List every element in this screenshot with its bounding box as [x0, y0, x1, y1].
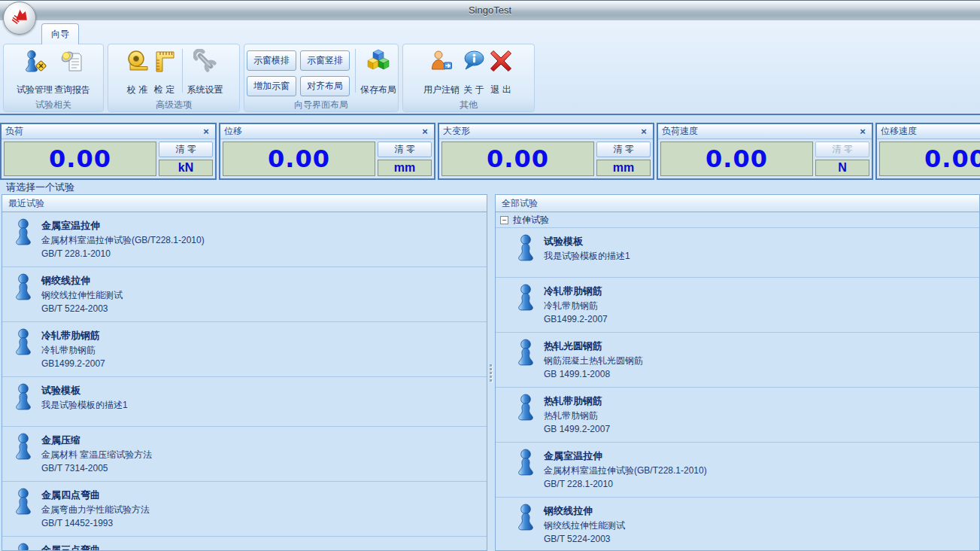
gauge-body: 0.00清 零N [658, 139, 872, 178]
app-logo-icon [8, 5, 31, 31]
close-icon[interactable]: × [420, 126, 430, 137]
gauge-4: 位移速度×0.00清 零 [875, 123, 980, 180]
test-item[interactable]: 冷轧带肋钢筋冷轧带肋钢筋GB1499.2-2007 [496, 278, 979, 333]
test-item[interactable]: 金属四点弯曲金属弯曲力学性能试验方法GB/T 14452-1993 [2, 482, 487, 537]
test-item[interactable]: 金属室温拉伸金属材料室温拉伸试验(GB/T228.1-2010)GB/T 228… [496, 443, 979, 498]
ribbon-button-0-0[interactable]: 试验管理 [16, 46, 53, 97]
small-button-0[interactable]: 示窗横排 [247, 50, 296, 71]
ribbon-group-content: 示窗横排示窗竖排增加示窗对齐布局保存布局 [244, 44, 398, 99]
gauge-value: 0.00 [223, 142, 375, 176]
group-separator [355, 49, 356, 93]
test-item-description: 金属材料 室温压缩试验方法 [41, 448, 482, 461]
ribbon-button-3-1[interactable]: 关 于 [460, 46, 487, 97]
test-item-standard: GB/T 5224-2003 [544, 532, 975, 546]
test-item-description: 冷轧带肋钢筋 [41, 343, 482, 357]
gauge-1: 位移×0.00清 零mm [219, 123, 435, 180]
test-item[interactable]: 钢绞线拉伸钢绞线拉伸性能测试GB/T 5224-2003 [496, 498, 979, 550]
ribbon-button-3-2[interactable]: 退 出 [487, 46, 514, 97]
ribbon-button-label: 检 定 [154, 84, 174, 96]
pawn-icon [13, 328, 34, 358]
ribbon-button-1-2[interactable]: 系统设置 [187, 46, 224, 97]
clear-zero-button: 清 零 [815, 142, 869, 157]
small-button-1[interactable]: 示窗竖排 [300, 50, 350, 71]
gauge-unit: mm [378, 160, 432, 176]
ribbon: 向导 试验管理查询报告试验相关校 准检 定系统设置高级选项示窗横排示窗竖排增加示… [0, 20, 980, 115]
app-menu-button[interactable] [3, 2, 36, 35]
ribbon-button-2-0[interactable]: 保存布局 [360, 46, 397, 97]
test-item-description: 钢绞线拉伸性能测试 [544, 519, 975, 532]
group-separator [182, 49, 183, 93]
pawn-icon [13, 433, 34, 463]
clear-zero-button[interactable]: 清 零 [159, 142, 213, 157]
test-item-name: 金属四点弯曲 [41, 488, 482, 503]
test-item[interactable]: 热轧光圆钢筋钢筋混凝土热轧光圆钢筋GB 1499.1-2008 [496, 333, 979, 388]
gauge-header: 负荷× [2, 124, 215, 139]
panel-splitter[interactable] [487, 194, 495, 551]
ribbon-button-3-0[interactable]: 用户注销 [423, 46, 460, 97]
test-item-standard: GB 1499.2-2007 [544, 422, 975, 436]
ribbon-button-label: 退 出 [490, 84, 511, 96]
gauge-side: 清 零N [815, 142, 869, 176]
ribbon-button-0-1[interactable]: 查询报告 [53, 46, 91, 97]
pawn-icon [13, 273, 34, 303]
ribbon-button-1-0[interactable]: 校 准 [124, 46, 151, 97]
test-item-standard: GB/T 14452-1993 [41, 516, 482, 530]
gauge-title: 位移速度 [881, 125, 980, 138]
test-item-name: 热轧光圆钢筋 [544, 339, 975, 354]
test-item-standard: GB1499.2-2007 [544, 312, 975, 326]
close-icon[interactable]: × [857, 126, 868, 137]
pawn-icon [515, 234, 536, 264]
test-item[interactable]: 热轧带肋钢筋热轧带肋钢筋GB 1499.2-2007 [496, 388, 979, 443]
window-title: SingoTest [0, 5, 980, 16]
gauge-value: 0.00 [879, 142, 980, 176]
small-button-2[interactable]: 增加示窗 [247, 76, 296, 96]
test-item[interactable]: 金属室温拉伸金属材料室温拉伸试验(GB/T228.1-2010)GB/T 228… [2, 212, 487, 267]
gauge-value: 0.00 [4, 142, 156, 176]
recent-tests-panel: 最近试验 金属室温拉伸金属材料室温拉伸试验(GB/T228.1-2010)GB/… [2, 194, 487, 551]
tab-wizard[interactable]: 向导 [41, 23, 79, 44]
tree-section-label: 拉伸试验 [513, 214, 549, 227]
test-item-name: 钢绞线拉伸 [544, 504, 975, 519]
ribbon-groups: 试验管理查询报告试验相关校 准检 定系统设置高级选项示窗横排示窗竖排增加示窗对齐… [3, 44, 535, 112]
small-button-3[interactable]: 对齐布局 [300, 76, 350, 96]
test-item[interactable]: 钢绞线拉伸钢绞线拉伸性能测试GB/T 5224-2003 [2, 267, 487, 322]
tree-section-0[interactable]: −拉伸试验 [496, 212, 979, 228]
test-item[interactable]: 试验模板我是试验模板的描述1 [2, 377, 487, 427]
gauge-side: 清 零mm [378, 142, 432, 176]
clear-zero-button[interactable]: 清 零 [378, 142, 432, 157]
test-item-description: 钢绞线拉伸性能测试 [41, 288, 482, 302]
ribbon-group-label: 试验相关 [4, 99, 103, 111]
gauge-unit: mm [596, 160, 651, 176]
splitter-grip-icon [490, 364, 492, 382]
test-item[interactable]: 金属三点弯曲金属弯曲力学性能试验方法GB/T 14452-1993 [2, 537, 487, 550]
test-item[interactable]: 金属压缩金属材料 室温压缩试验方法GB/T 7314-2005 [2, 427, 487, 482]
close-icon[interactable]: × [201, 126, 211, 137]
pawn-icon [13, 383, 34, 413]
collapse-icon[interactable]: − [500, 216, 508, 224]
ribbon-button-label: 校 准 [127, 84, 147, 96]
ribbon-group-content: 用户注销关 于退 出 [403, 44, 534, 99]
pawn-icon [13, 543, 34, 550]
ribbon-group-2: 示窗横排示窗竖排增加示窗对齐布局保存布局向导界面布局 [244, 44, 399, 112]
query-report-icon [59, 48, 85, 74]
test-item[interactable]: 冷轧带肋钢筋冷轧带肋钢筋GB1499.2-2007 [2, 322, 487, 377]
gauge-value: 0.00 [441, 142, 594, 176]
ribbon-button-label: 查询报告 [54, 84, 90, 96]
ribbon-button-1-1[interactable]: 检 定 [151, 46, 178, 97]
gauge-2: 大变形×0.00清 零mm [438, 123, 654, 180]
pawn-icon [515, 449, 536, 479]
test-item-name: 试验模板 [544, 234, 975, 249]
ribbon-group-content: 试验管理查询报告 [4, 44, 103, 99]
recent-panel-header: 最近试验 [2, 195, 487, 212]
ribbon-button-label: 保存布局 [360, 84, 396, 96]
test-item-name: 金属三点弯曲 [41, 543, 482, 550]
test-item-standard: GB/T 228.1-2010 [544, 477, 975, 491]
close-icon[interactable]: × [639, 126, 649, 137]
clear-zero-button[interactable]: 清 零 [596, 142, 651, 157]
ribbon-group-label: 其他 [403, 99, 534, 111]
test-item[interactable]: 试验模板我是试验模板的描述1 [496, 228, 979, 278]
pawn-icon [515, 339, 536, 369]
gauge-body: 0.00清 零kN [2, 139, 215, 178]
gauge-side: 清 零mm [596, 142, 651, 176]
test-item-name: 钢绞线拉伸 [41, 273, 482, 288]
